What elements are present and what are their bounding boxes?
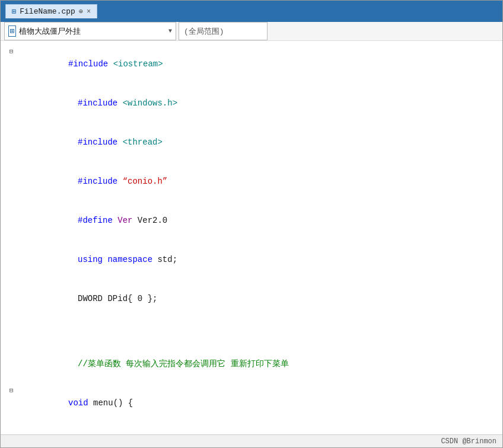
line-2: #include <windows.h> [7, 84, 502, 123]
tab-label: FileName.cpp [20, 7, 75, 16]
file-tab[interactable]: ⊞ FileName.cpp ⊕ × [5, 4, 97, 18]
line-content-2: #include <windows.h> [16, 84, 502, 123]
main-window: ⊞ FileName.cpp ⊕ × ⊞ 植物大战僵尸外挂 ▼ (全局范围) ⊟… [0, 0, 503, 448]
line-10: //菜单函数 每次输入完指令都会调用它 重新打印下菜单 [7, 344, 502, 383]
status-text: CSDN @Brinmon [441, 437, 496, 446]
editor: ⊟ #include <iostream> #include <windows.… [1, 41, 502, 434]
scope-text-left: 植物大战僵尸外挂 [19, 26, 166, 37]
line-content-11: void menu() { [16, 383, 502, 423]
line-11: ⊟ void menu() { [7, 383, 502, 423]
toolbar: ⊞ 植物大战僵尸外挂 ▼ (全局范围) [1, 22, 502, 41]
line-5: #define Ver Ver2.0 [7, 201, 502, 240]
close-tab-button[interactable]: × [87, 8, 91, 16]
collapse-icon-1[interactable]: ⊟ [7, 45, 16, 58]
line-content-cout-1: cout << “********************” << endl; [16, 423, 502, 434]
line-1: ⊟ #include <iostream> [7, 44, 502, 84]
line-content-1: #include <iostream> [16, 44, 502, 84]
line-8 [7, 318, 502, 331]
line-content-6: using namespace std; [16, 240, 502, 279]
line-content-3: #include <thread> [16, 123, 502, 162]
line-cout-1: cout << “********************” << endl; [7, 423, 502, 434]
line-3: #include <thread> [7, 123, 502, 162]
status-bar: CSDN @Brinmon [1, 434, 502, 447]
scope-text-right: (全局范围) [184, 26, 224, 37]
scope-icon: ⊞ [8, 25, 16, 37]
scope-arrow-left: ▼ [168, 28, 172, 34]
collapse-icon-menu[interactable]: ⊟ [7, 384, 16, 397]
scope-selector-left[interactable]: ⊞ 植物大战僵尸外挂 ▼ [4, 22, 176, 40]
pin-icon[interactable]: ⊕ [79, 7, 83, 16]
code-area[interactable]: ⊟ #include <iostream> #include <windows.… [1, 41, 502, 434]
line-content-10: //菜单函数 每次输入完指令都会调用它 重新打印下菜单 [16, 344, 502, 383]
line-9 [7, 331, 502, 344]
title-bar: ⊞ FileName.cpp ⊕ × [1, 1, 502, 22]
scope-selector-right[interactable]: (全局范围) [179, 22, 268, 40]
line-6: using namespace std; [7, 240, 502, 279]
line-content-4: #include “conio.h” [16, 162, 502, 201]
line-7: DWORD DPid{ 0 }; [7, 279, 502, 318]
line-4: #include “conio.h” [7, 162, 502, 201]
line-content-7: DWORD DPid{ 0 }; [16, 279, 502, 318]
tab-icon: ⊞ [12, 7, 16, 16]
line-content-5: #define Ver Ver2.0 [16, 201, 502, 240]
